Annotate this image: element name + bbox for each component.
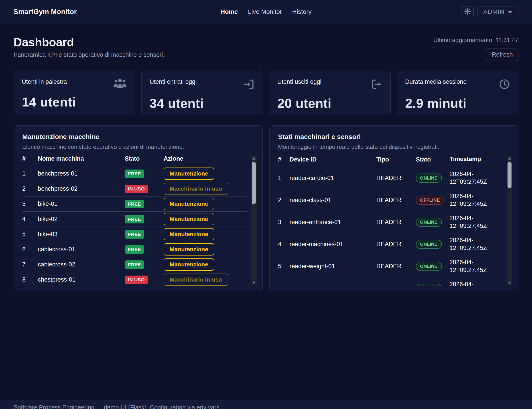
column-header-status: Stato xyxy=(416,156,450,163)
nav-link-history[interactable]: History xyxy=(292,8,312,15)
table-row: 8chestpress-01IN USOMacchinario in uso xyxy=(22,272,247,286)
scrollbar-down-arrow[interactable] xyxy=(251,280,257,285)
row-number: 4 xyxy=(278,241,289,248)
table-row: 5reader-weight-01READERONLINE2026-04-12T… xyxy=(278,255,503,277)
status-badge: ONLINE xyxy=(416,240,442,249)
action-cell: Manutenzione xyxy=(164,258,247,271)
machine-in-use-button[interactable]: Macchinario in uso xyxy=(164,183,228,195)
page-title: Dashboard xyxy=(14,35,164,49)
refresh-button[interactable]: Refresh xyxy=(486,48,518,61)
row-number: 8 xyxy=(22,276,38,283)
column-header-status: Stato xyxy=(125,155,164,162)
maintenance-table-header: # Nome macchina Stato Azione xyxy=(22,155,247,166)
status-badge: FREE xyxy=(125,215,144,223)
status-badge: FREE xyxy=(125,260,144,269)
timestamp: 2026-04-12T09:27:45Z xyxy=(450,192,503,208)
table-row: 2reader-class-01READEROFFLINE2026-04-12T… xyxy=(278,189,503,211)
machine-in-use-button[interactable]: Macchinario in uso xyxy=(164,274,228,286)
maintenance-button[interactable]: Manutenzione xyxy=(164,213,214,225)
maintenance-button[interactable]: Manutenzione xyxy=(164,258,214,271)
footer: Software Process Engineering — demo UI (… xyxy=(0,400,532,409)
maintenance-button[interactable]: Manutenzione xyxy=(164,228,214,240)
device-type: READER xyxy=(376,219,416,226)
scrollbar-up-arrow[interactable] xyxy=(251,156,257,161)
device-id: reader-entrance-01 xyxy=(289,219,376,226)
devices-scrollbar[interactable] xyxy=(507,156,512,285)
action-cell: Manutenzione xyxy=(164,198,247,210)
sun-icon xyxy=(464,8,471,16)
kpi-card-avg-session: Durata media sessione 2.9 minuti xyxy=(397,71,518,115)
device-type: READER xyxy=(376,175,416,182)
status-cell: ONLINE xyxy=(416,174,450,183)
status-badge: ONLINE xyxy=(416,262,442,271)
page-header: Dashboard Panoramica KPI e stato operati… xyxy=(14,35,518,61)
device-type: READER xyxy=(376,241,416,248)
status-cell: FREE xyxy=(125,169,164,178)
machine-name: bike-02 xyxy=(38,216,125,223)
scrollbar-thumb[interactable] xyxy=(507,162,512,188)
status-cell: IN USO xyxy=(125,185,164,193)
row-number: 3 xyxy=(278,219,289,226)
row-number: 6 xyxy=(22,246,38,253)
table-row: 3bike-01FREEManutenzione xyxy=(22,196,247,212)
last-update-text: Ultimo aggiornamento: 11:31:47 xyxy=(433,37,518,44)
maintenance-button[interactable]: Manutenzione xyxy=(164,198,214,210)
maintenance-scrollbar[interactable] xyxy=(251,156,257,285)
nav-link-live-monitor[interactable]: Live Monitor xyxy=(248,8,282,15)
devices-panel: Stati macchinari e sensori Monitoraggio … xyxy=(269,125,518,291)
action-cell: Manutenzione xyxy=(164,228,247,240)
status-cell: ONLINE xyxy=(416,262,450,271)
table-row: 4reader-machines-01READERONLINE2026-04-1… xyxy=(278,233,503,255)
timestamp: 2026-04-12T09:27:45Z xyxy=(450,214,503,230)
status-cell: OFFLINE xyxy=(416,195,450,205)
nav-link-home[interactable]: Home xyxy=(220,8,238,15)
status-badge: FREE xyxy=(125,245,144,254)
chevron-down-icon xyxy=(508,11,512,14)
maintenance-panel: Manutenzione macchine Elenco macchine co… xyxy=(14,125,263,291)
table-row: 1reader-cardio-01READERONLINE2026-04-12T… xyxy=(278,167,503,189)
column-header-type: Tipo xyxy=(376,156,416,163)
machine-name: cablecross-02 xyxy=(38,261,125,268)
app-brand[interactable]: SmartGym Monitor xyxy=(14,8,77,16)
maintenance-button[interactable]: Manutenzione xyxy=(164,167,214,180)
timestamp: 2026-04-12T09:27:45Z xyxy=(450,170,503,186)
scrollbar-down-arrow[interactable] xyxy=(507,280,512,285)
status-badge: ONLINE xyxy=(416,218,442,227)
timestamp: 2026-04-12T09:27:45Z xyxy=(450,258,503,274)
device-type: READER xyxy=(376,197,416,204)
machine-name: benchpress-02 xyxy=(38,185,125,192)
devices-table-header: # Device ID Tipo Stato Timestamp xyxy=(278,155,503,167)
table-row: 7cablecross-02FREEManutenzione xyxy=(22,257,247,272)
device-id: reader-machines-01 xyxy=(289,241,376,248)
machine-name: bike-01 xyxy=(38,201,125,207)
footer-text: Software Process Engineering — demo UI (… xyxy=(14,404,221,409)
table-row: 3reader-entrance-01READERONLINE2026-04-1… xyxy=(278,211,503,233)
admin-dropdown-label: ADMIN xyxy=(483,8,505,15)
device-id: reader-class-01 xyxy=(289,197,376,204)
status-badge: FREE xyxy=(125,230,144,239)
table-row: 6sensor-humidity-01SENSORONLINE2026-04-1… xyxy=(278,277,503,286)
timestamp: 2026-04-12T09:27:45Z xyxy=(450,280,503,286)
machine-name: bike-03 xyxy=(38,231,125,238)
action-cell: Manutenzione xyxy=(164,213,247,225)
status-badge: ONLINE xyxy=(416,174,442,183)
status-badge: ONLINE xyxy=(416,284,442,286)
status-badge: OFFLINE xyxy=(416,195,444,205)
column-header-action: Azione xyxy=(164,155,247,162)
status-cell: FREE xyxy=(125,260,164,269)
maintenance-button[interactable]: Manutenzione xyxy=(164,243,214,256)
scrollbar-up-arrow[interactable] xyxy=(507,156,512,161)
device-id: reader-weight-01 xyxy=(289,263,376,270)
kpi-label: Utenti in palestra xyxy=(22,78,67,85)
admin-dropdown[interactable]: ADMIN xyxy=(477,6,518,17)
status-cell: ONLINE xyxy=(416,218,450,227)
devices-table-body: 1reader-cardio-01READERONLINE2026-04-12T… xyxy=(278,167,503,286)
action-cell: Macchinario in uso xyxy=(164,183,247,195)
kpi-value: 34 utenti xyxy=(150,96,255,111)
theme-toggle-button[interactable] xyxy=(461,6,474,17)
row-number: 3 xyxy=(22,201,38,207)
table-row: 6cablecross-01FREEManutenzione xyxy=(22,242,247,257)
status-cell: FREE xyxy=(125,245,164,254)
row-number: 2 xyxy=(22,185,38,192)
scrollbar-thumb[interactable] xyxy=(252,162,256,204)
